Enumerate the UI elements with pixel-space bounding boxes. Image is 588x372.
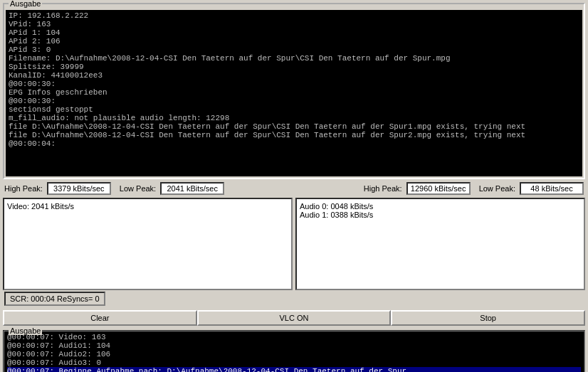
bottom-ausgabe-panel: Ausgabe @00:00:07: Video: 163@00:00:07: … xyxy=(3,330,585,372)
button-row: Clear VLC ON Stop xyxy=(0,309,588,329)
audio-panel: Audio 0: 0048 kBits/sAudio 1: 0388 kBits… xyxy=(295,198,585,290)
scr-value: SCR: 000:04 ReSyncs= 0 xyxy=(4,292,105,306)
high-peak-2-label: High Peak: xyxy=(364,184,402,193)
top-log-area[interactable]: IP: 192.168.2.222VPid: 163APid 1: 104APi… xyxy=(6,10,582,176)
clear-button[interactable]: Clear xyxy=(3,310,197,326)
top-ausgabe-panel: Ausgabe IP: 192.168.2.222VPid: 163APid 1… xyxy=(3,3,585,179)
low-peak-2-label: Low Peak: xyxy=(479,184,515,193)
high-peak-2-value: 12960 kBits/sec xyxy=(406,182,471,195)
video-panel: Video: 2041 kBits/s xyxy=(3,198,293,290)
vlc-on-button[interactable]: VLC ON xyxy=(197,310,392,326)
high-peak-1-value: 3379 kBits/sec xyxy=(47,182,111,195)
top-ausgabe-label: Ausgabe xyxy=(9,0,42,8)
bottom-log-area[interactable]: @00:00:07: Video: 163@00:00:07: Audio1: … xyxy=(4,331,584,372)
scr-row: SCR: 000:04 ReSyncs= 0 xyxy=(0,290,588,309)
peak-row: High Peak: 3379 kBits/sec Low Peak: 2041… xyxy=(0,179,588,198)
video-text: Video: 2041 kBits/s xyxy=(7,202,74,211)
middle-section: Video: 2041 kBits/s Audio 0: 0048 kBits/… xyxy=(0,198,588,290)
low-peak-1-label: Low Peak: xyxy=(120,184,156,193)
low-peak-2-value: 48 kBits/sec xyxy=(520,182,584,195)
bottom-ausgabe-label: Ausgabe xyxy=(9,326,42,335)
stop-button[interactable]: Stop xyxy=(391,310,585,326)
high-peak-1-label: High Peak: xyxy=(4,184,43,193)
low-peak-1-value: 2041 kBits/sec xyxy=(160,182,224,195)
